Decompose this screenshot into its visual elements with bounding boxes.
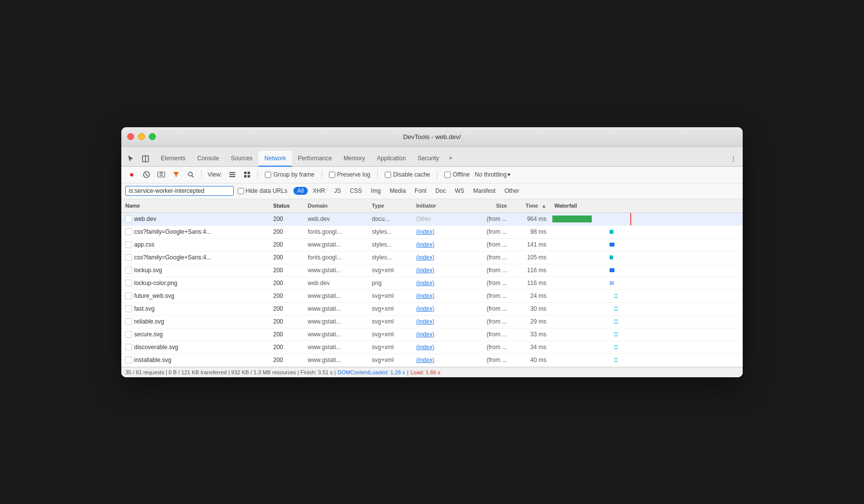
cell-initiator: (index): [412, 331, 467, 338]
filter-button[interactable]: [170, 168, 182, 181]
cell-status: 200: [269, 292, 304, 299]
view-grouped-button[interactable]: [241, 168, 253, 181]
table-row[interactable]: css?family=Google+Sans:4... 200 fonts.go…: [121, 252, 743, 264]
more-tabs-button[interactable]: »: [445, 151, 456, 164]
group-by-frame-checkbox[interactable]: [265, 172, 271, 178]
cell-size: (from ...: [467, 344, 511, 351]
tab-sources[interactable]: Sources: [225, 151, 258, 167]
col-header-type[interactable]: Type: [368, 203, 412, 209]
separator-5: [437, 170, 437, 179]
record-button[interactable]: ●: [125, 168, 138, 181]
col-header-time[interactable]: Time ▲: [511, 203, 550, 209]
cell-time: 30 ms: [511, 305, 550, 312]
cell-initiator: (index): [412, 267, 467, 274]
col-header-size[interactable]: Size: [467, 203, 511, 209]
col-header-status[interactable]: Status: [269, 203, 304, 209]
tab-console[interactable]: Console: [191, 151, 225, 167]
separator-2: [257, 170, 258, 179]
tab-memory[interactable]: Memory: [338, 151, 371, 167]
filter-all-button[interactable]: All: [293, 187, 308, 195]
preserve-log-checkbox[interactable]: [329, 172, 335, 178]
cell-initiator: (index): [412, 344, 467, 351]
filter-xhr-button[interactable]: XHR: [309, 187, 329, 195]
filter-img-button[interactable]: Img: [367, 187, 385, 195]
view-list-button[interactable]: [226, 168, 239, 181]
file-icon: [125, 331, 132, 338]
cell-status: 200: [269, 280, 304, 287]
cell-size: (from ...: [467, 292, 511, 299]
table-row[interactable]: secure.svg 200 www.gstati... svg+xml (in…: [121, 328, 743, 341]
table-row[interactable]: installable.svg 200 www.gstati... svg+xm…: [121, 354, 743, 367]
cell-type: svg+xml: [368, 267, 412, 274]
cell-time: 116 ms: [511, 267, 550, 274]
filter-ws-button[interactable]: WS: [451, 187, 468, 195]
cursor-icon[interactable]: [125, 153, 136, 164]
filter-js-button[interactable]: JS: [330, 187, 345, 195]
cell-size: (from ...: [467, 357, 511, 363]
tab-performance[interactable]: Performance: [292, 151, 338, 167]
cell-waterfall: [550, 315, 743, 328]
cell-status: 200: [269, 357, 304, 363]
filter-input[interactable]: [125, 186, 234, 196]
col-header-waterfall[interactable]: Waterfall: [550, 203, 743, 209]
cell-initiator: (index): [412, 241, 467, 248]
cell-domain: www.gstati...: [304, 241, 368, 248]
offline-label: Offline: [453, 171, 469, 178]
view-label: View:: [208, 171, 222, 178]
filter-media-button[interactable]: Media: [386, 187, 410, 195]
filter-css-button[interactable]: CSS: [346, 187, 366, 195]
offline-checkbox[interactable]: [444, 172, 451, 178]
throttle-selector[interactable]: No throttling ▾: [475, 171, 511, 178]
cell-waterfall: [550, 225, 743, 238]
cell-size: (from ...: [467, 318, 511, 325]
cell-name: css?family=Google+Sans:4...: [121, 254, 269, 261]
table-row[interactable]: reliable.svg 200 www.gstati... svg+xml (…: [121, 316, 743, 328]
disable-cache-checkbox[interactable]: [385, 172, 391, 178]
load-text: Load: 1.66 s: [410, 369, 440, 375]
preserve-log-group: Preserve log: [329, 171, 370, 178]
table-row[interactable]: css?family=Google+Sans:4... 200 fonts.go…: [121, 226, 743, 239]
col-header-initiator[interactable]: Initiator: [412, 203, 467, 209]
file-name-text: secure.svg: [134, 331, 163, 338]
filter-doc-button[interactable]: Doc: [432, 187, 450, 195]
svg-point-5: [160, 174, 163, 176]
col-header-name[interactable]: Name: [121, 203, 269, 209]
screenshot-button[interactable]: [155, 168, 168, 181]
minimize-button[interactable]: [138, 133, 145, 140]
cell-domain: www.gstati...: [304, 305, 368, 312]
table-row[interactable]: app.css 200 www.gstati... styles... (ind…: [121, 239, 743, 252]
svg-rect-15: [248, 175, 250, 178]
file-name-text: installable.svg: [134, 357, 171, 363]
file-icon: [125, 318, 132, 325]
devtools-window: DevTools - web.dev/ Elements: [121, 127, 743, 377]
search-button[interactable]: [184, 168, 197, 181]
filter-manifest-button[interactable]: Manifest: [469, 187, 500, 195]
cell-status: 200: [269, 254, 304, 261]
hide-data-urls-checkbox[interactable]: [238, 188, 244, 194]
cell-type: docu...: [368, 216, 412, 222]
file-name-text: app.css: [134, 241, 154, 248]
close-button[interactable]: [127, 133, 134, 140]
tab-application[interactable]: Application: [371, 151, 412, 167]
col-header-domain[interactable]: Domain: [304, 203, 368, 209]
more-menu-icon[interactable]: ⋮: [728, 153, 739, 164]
clear-button[interactable]: [140, 168, 153, 181]
table-row[interactable]: future_web.svg 200 www.gstati... svg+xml…: [121, 290, 743, 303]
table-row[interactable]: fast.svg 200 www.gstati... svg+xml (inde…: [121, 303, 743, 316]
table-row[interactable]: lockup-color.png 200 web.dev png (index)…: [121, 277, 743, 290]
table-row[interactable]: discoverable.svg 200 www.gstati... svg+x…: [121, 341, 743, 354]
cell-waterfall: [550, 213, 743, 226]
dock-icon[interactable]: [140, 153, 151, 164]
filter-font-button[interactable]: Font: [411, 187, 431, 195]
table-row[interactable]: lockup.svg 200 www.gstati... svg+xml (in…: [121, 264, 743, 277]
table-row[interactable]: web.dev 200 web.dev docu... Other (from …: [121, 213, 743, 226]
cell-name: web.dev: [121, 216, 269, 222]
tab-elements[interactable]: Elements: [155, 151, 191, 167]
svg-rect-14: [244, 175, 247, 178]
svg-rect-4: [158, 172, 165, 177]
filter-other-button[interactable]: Other: [501, 187, 523, 195]
maximize-button[interactable]: [149, 133, 156, 140]
tab-security[interactable]: Security: [412, 151, 445, 167]
preserve-log-label: Preserve log: [337, 171, 370, 178]
tab-network[interactable]: Network: [258, 151, 292, 167]
